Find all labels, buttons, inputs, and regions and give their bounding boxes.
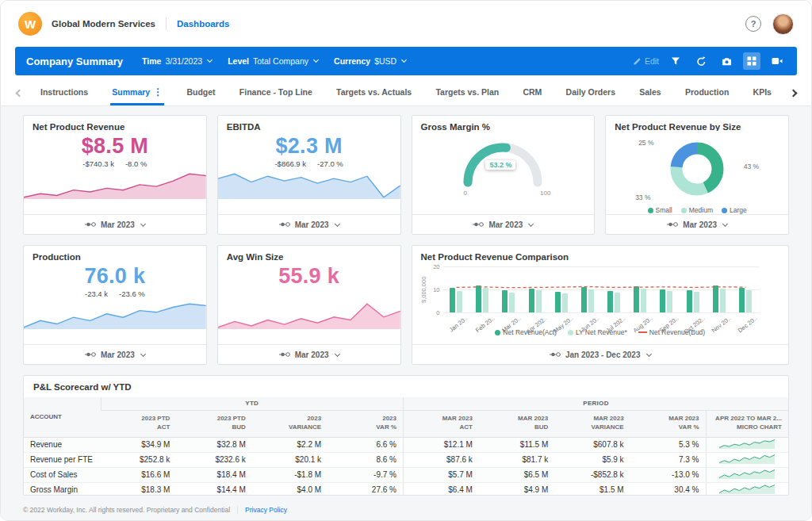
card-title: Net Product Revenue by Size bbox=[606, 116, 788, 131]
topbar-actions: ? bbox=[745, 13, 794, 35]
account-cell: Cost of Sales bbox=[24, 467, 101, 482]
tab-summary[interactable]: Summary⋮ bbox=[110, 80, 164, 105]
period-selector[interactable]: Mar 2023 bbox=[606, 214, 788, 234]
metric-delta: -23.4 k -23.6 % bbox=[24, 289, 206, 300]
bar-chart-body: $,000,000 20100 Jan 20..Feb 20..Mar 20..… bbox=[412, 266, 789, 312]
currency-filter[interactable]: Currency $USD bbox=[334, 56, 406, 66]
refresh-icon bbox=[696, 56, 707, 67]
period-selector[interactable]: Mar 2023 bbox=[412, 214, 595, 234]
timeline-icon bbox=[550, 351, 561, 358]
value-cell: $6.4 M bbox=[404, 482, 479, 496]
period-selector[interactable]: Mar 2023 bbox=[218, 344, 400, 364]
column-header: APR 2022 TO MAR 2...MICRO CHART bbox=[706, 410, 788, 437]
bar-chart-plot: Jan 20..Feb 20..Mar 20..Apr 202..May 20.… bbox=[443, 266, 759, 312]
delta-value: -23.4 k bbox=[85, 289, 108, 300]
sparkline-chart bbox=[218, 172, 400, 199]
tab-label: Finance - Top Line bbox=[239, 87, 312, 97]
period-label: Jan 2023 - Dec 2023 bbox=[565, 351, 641, 359]
value-cell: $20.1 k bbox=[252, 452, 327, 467]
timeline-icon bbox=[667, 221, 678, 228]
y-tick-label: 0 bbox=[436, 309, 439, 316]
time-filter[interactable]: Time 3/31/2023 bbox=[142, 56, 212, 66]
donut-chart: 25 % 43 % 33 % bbox=[634, 132, 760, 205]
tab-label: Summary bbox=[112, 87, 150, 97]
filter-button[interactable] bbox=[667, 52, 684, 70]
value-cell: $34.9 M bbox=[101, 437, 176, 452]
workday-logo-icon[interactable]: W bbox=[18, 12, 42, 36]
tabs-scroll-left-button[interactable] bbox=[10, 80, 28, 105]
tab-sales[interactable]: Sales bbox=[638, 80, 662, 105]
timeline-icon bbox=[279, 221, 290, 228]
dashboards-link[interactable]: Dashboards bbox=[177, 19, 229, 29]
metric-delta bbox=[218, 289, 400, 300]
card-title: EBITDA bbox=[218, 116, 400, 132]
metric-value: $2.3 M bbox=[218, 134, 400, 159]
period-selector[interactable]: Mar 2023 bbox=[24, 344, 206, 364]
sparkline-chart bbox=[218, 302, 400, 329]
period-selector[interactable]: Jan 2023 - Dec 2023 bbox=[412, 344, 789, 364]
tab-instructions[interactable]: Instructions bbox=[39, 80, 90, 105]
legend-item-small: Small bbox=[648, 206, 672, 214]
table-row: Gross Margin$18.3 M$14.4 M$4.0 M27.6 %$6… bbox=[24, 482, 788, 496]
tab-finance-top-line[interactable]: Finance - Top Line bbox=[238, 80, 314, 105]
micro-chart bbox=[719, 484, 775, 494]
value-cell: 8.6 % bbox=[327, 452, 403, 467]
card-title: Net Product Revenue Comparison bbox=[412, 246, 789, 262]
micro-chart-cell bbox=[706, 467, 788, 482]
help-icon[interactable]: ? bbox=[745, 16, 761, 32]
metric-delta: -$740.3 k -8.0 % bbox=[24, 159, 206, 170]
chevron-down-icon bbox=[334, 220, 339, 226]
table-row: Revenue per FTE$252.8 k$232.6 k$20.1 k8.… bbox=[24, 452, 788, 467]
card-net-product-revenue-comparison: Net Product Revenue Comparison $,000,000… bbox=[412, 245, 790, 365]
divider bbox=[237, 506, 238, 514]
chevron-down-icon bbox=[528, 220, 534, 226]
y-axis-title: $,000,000 bbox=[420, 266, 429, 312]
snapshot-button[interactable] bbox=[718, 52, 735, 70]
chevron-down-icon bbox=[140, 220, 146, 226]
y-tick-label: 20 bbox=[433, 263, 439, 270]
tab-production[interactable]: Production bbox=[684, 80, 730, 105]
tab-label: Instructions bbox=[40, 87, 88, 97]
delta-percent: -23.6 % bbox=[119, 289, 145, 300]
value-cell: $18.3 M bbox=[101, 482, 176, 496]
chevron-down-icon bbox=[140, 351, 146, 356]
avatar[interactable] bbox=[772, 13, 794, 35]
tab-menu-icon[interactable]: ⋮ bbox=[153, 87, 163, 97]
legend-item: LY Net Revenue* bbox=[568, 328, 627, 336]
company-name: Global Modern Services bbox=[52, 19, 155, 29]
legend-item-large: Large bbox=[722, 206, 747, 214]
tab-budget[interactable]: Budget bbox=[185, 80, 216, 105]
present-button[interactable] bbox=[768, 52, 786, 70]
metric-delta: -$866.9 k -27.0 % bbox=[218, 159, 400, 170]
dashboard-content: Net Product Revenue $8.5 M -$740.3 k -8.… bbox=[1, 106, 811, 502]
tab-kpis[interactable]: KPIs bbox=[752, 80, 773, 105]
tabs-scroll-right-button[interactable] bbox=[784, 80, 802, 105]
value-cell: $11.5 M bbox=[479, 437, 554, 452]
group-header-period: PERIOD bbox=[404, 397, 789, 410]
grid-view-button[interactable] bbox=[743, 52, 760, 70]
value-cell: -13.0 % bbox=[630, 467, 706, 482]
value-cell: 30.4 % bbox=[630, 482, 706, 496]
time-label: Time bbox=[142, 56, 161, 66]
period-selector[interactable]: Mar 2023 bbox=[218, 214, 400, 234]
sparkline-chart bbox=[24, 302, 206, 329]
refresh-button[interactable] bbox=[692, 52, 710, 70]
account-cell: Revenue bbox=[24, 437, 101, 452]
edit-button[interactable]: Edit bbox=[633, 52, 659, 70]
tab-label: Sales bbox=[639, 87, 661, 97]
chevron-down-icon bbox=[207, 57, 213, 63]
value-cell: 27.6 % bbox=[327, 482, 403, 496]
tab-daily-orders[interactable]: Daily Orders bbox=[565, 80, 617, 105]
tab-crm[interactable]: CRM bbox=[521, 80, 543, 105]
tab-targets-vs-plan[interactable]: Targets vs. Plan bbox=[434, 80, 500, 105]
card-ebitda: EBITDA $2.3 M -$866.9 k -27.0 % Mar 2023 bbox=[217, 115, 401, 235]
period-selector[interactable]: Mar 2023 bbox=[24, 214, 206, 234]
column-header: 2023 PTDACT bbox=[101, 410, 176, 437]
slice-callout-medium: 33 % bbox=[635, 193, 650, 201]
value-cell: $232.6 k bbox=[176, 452, 251, 467]
level-filter[interactable]: Level Total Company bbox=[228, 56, 318, 66]
table-title: P&L Scorecard w/ YTD bbox=[24, 376, 788, 397]
edit-label: Edit bbox=[645, 56, 659, 66]
tab-targets-vs-actuals[interactable]: Targets vs. Actuals bbox=[335, 80, 413, 105]
privacy-policy-link[interactable]: Privacy Policy bbox=[245, 506, 287, 514]
